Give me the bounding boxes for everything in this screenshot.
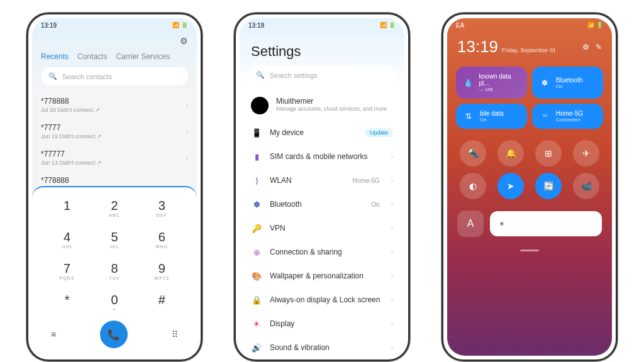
clock: 13:19: [457, 37, 498, 57]
dialpad-toggle-icon[interactable]: ⠿: [172, 329, 178, 339]
chevron-right-icon[interactable]: ›: [186, 128, 188, 135]
dialpad: 12ABC3DEF4GHI5JKL6MNO7PQRS8TUV9WXYZ*0+# …: [32, 186, 197, 356]
phone-icon: 📞: [108, 329, 120, 341]
page-title: Settings: [240, 32, 404, 66]
settings-icon: 📱: [251, 127, 262, 138]
settings-icon: ▮: [251, 151, 262, 162]
dialpad-key-7[interactable]: 7PQRS: [45, 256, 89, 285]
tile-data-plan[interactable]: 💧 known data pl… — MB: [456, 67, 527, 99]
search-placeholder: Search settings: [270, 72, 318, 79]
settings-icon[interactable]: ⚙: [180, 36, 188, 46]
dialpad-key-6[interactable]: 6MNO: [140, 225, 184, 254]
chevron-right-icon[interactable]: ›: [186, 102, 188, 109]
drop-icon: 💧: [462, 77, 474, 89]
cc-toggle[interactable]: ⊞: [535, 140, 562, 167]
call-button[interactable]: 📞: [100, 321, 128, 348]
settings-item[interactable]: 📱My deviceUpdate: [242, 121, 402, 145]
settings-icon: ⟩: [251, 175, 262, 186]
cc-toggle[interactable]: 🔄: [535, 173, 562, 199]
auto-brightness-toggle[interactable]: A: [457, 211, 484, 237]
call-item[interactable]: *778888 Jul 26 Didn't connect ↗ ›: [41, 92, 188, 118]
tab-bar: Recents Contacts Carrier Services: [32, 50, 197, 67]
cc-header: 13:19 Friday, September 01 ⚙ ✎: [447, 32, 612, 62]
settings-item[interactable]: 🔑VPN›: [242, 216, 402, 240]
phone-settings: 13:19 📶 🔋 Settings 🔍 Search settings Miu…: [234, 13, 410, 361]
settings-item[interactable]: ☀Display›: [242, 312, 402, 336]
cc-toggle[interactable]: ➤: [497, 173, 524, 199]
settings-icon: 🔒: [251, 294, 262, 305]
dialpad-key-0[interactable]: 0+: [92, 288, 136, 317]
edit-icon[interactable]: ✎: [596, 43, 602, 52]
cc-toggle[interactable]: ✈: [573, 140, 599, 167]
tile-wifi[interactable]: ⌔ Home-5G Connected: [532, 104, 603, 129]
call-item[interactable]: *77777 Jun 13 Didn't connect ↗ ›: [41, 145, 188, 171]
dialpad-key-5[interactable]: 5JKL: [92, 225, 136, 254]
profile-item[interactable]: Miuithemer Manage accounts, cloud servic…: [242, 90, 402, 121]
dialpad-key-1[interactable]: 1: [45, 194, 89, 222]
dialpad-key-#[interactable]: #: [140, 288, 184, 317]
data-icon: ⇅: [462, 110, 475, 123]
update-badge: Update: [365, 128, 393, 137]
status-bar: EA 📶 🔋: [447, 18, 612, 32]
call-item[interactable]: *7777 Jun 19 Didn't connect ↗ ›: [41, 118, 188, 145]
status-bar: 13:19 📶 🔋: [32, 18, 197, 32]
phone-control-center: EA 📶 🔋 13:19 Friday, September 01 ⚙ ✎ 💧 …: [441, 13, 618, 361]
handle-bar[interactable]: [520, 250, 539, 251]
settings-item[interactable]: ⟩WLANHome-5G›: [242, 168, 402, 192]
settings-item[interactable]: ✽BluetoothOn›: [242, 192, 402, 216]
settings-icon: ✽: [251, 199, 262, 210]
tile-bluetooth[interactable]: ✽ Bluetooth On: [532, 67, 603, 99]
dialpad-key-8[interactable]: 8TUV: [92, 256, 136, 285]
settings-item[interactable]: 🎨Wallpaper & personalization›: [242, 264, 402, 288]
dialpad-key-3[interactable]: 3DEF: [140, 194, 184, 222]
avatar: [251, 97, 269, 114]
settings-icon[interactable]: ⚙: [582, 43, 589, 52]
settings-item[interactable]: 🔊Sound & vibration›: [242, 336, 402, 356]
cc-toggle[interactable]: 🔦: [460, 140, 486, 167]
search-input[interactable]: 🔍 Search contacts: [41, 67, 188, 85]
status-icons: 📶 🔋: [380, 22, 396, 28]
search-input[interactable]: 🔍 Search settings: [248, 66, 396, 84]
cc-tiles: 💧 known data pl… — MB ✽ Bluetooth On ⇅ b…: [447, 62, 612, 134]
status-time: 13:19: [41, 22, 57, 29]
phone-dialer: 13:19 📶 🔋 ⚙ Recents Contacts Carrier Ser…: [26, 13, 203, 361]
settings-item[interactable]: 🔒Always-on display & Lock screen›: [242, 288, 402, 312]
dialpad-key-9[interactable]: 9WXYZ: [140, 256, 184, 285]
settings-icon: ⊕: [251, 246, 262, 258]
tab-contacts[interactable]: Contacts: [77, 52, 107, 61]
settings-icon: 🎨: [251, 270, 262, 282]
settings-icon: 🔑: [251, 222, 262, 234]
carrier-label: EA: [456, 22, 464, 29]
status-icons: 📶 🔋: [172, 22, 188, 28]
cc-toggle[interactable]: 🔔: [497, 140, 524, 167]
menu-icon[interactable]: ≡: [51, 329, 56, 339]
wifi-icon: ⌔: [538, 110, 551, 123]
call-log: *778888 Jul 26 Didn't connect ↗ › *7777 …: [32, 92, 197, 190]
search-icon: 🔍: [48, 72, 57, 80]
cc-toggle[interactable]: 📹: [573, 173, 599, 199]
search-placeholder: Search contacts: [62, 73, 112, 80]
dialpad-key-*[interactable]: *: [45, 288, 89, 317]
dialpad-key-2[interactable]: 2ABC: [92, 194, 136, 222]
brightness-row: A ☀: [447, 206, 612, 242]
settings-list: Miuithemer Manage accounts, cloud servic…: [240, 90, 404, 356]
toggle-grid: 🔦🔔⊞✈◐➤🔄📹: [447, 134, 612, 206]
settings-item[interactable]: ▮SIM cards & mobile networks›: [242, 145, 402, 168]
brightness-slider[interactable]: ☀: [490, 211, 602, 236]
bluetooth-icon: ✽: [538, 77, 551, 89]
status-icons: 📶 🔋: [587, 22, 603, 28]
chevron-right-icon[interactable]: ›: [186, 155, 188, 162]
search-icon: 🔍: [256, 71, 265, 79]
date-label: Friday, September 01: [502, 47, 556, 53]
status-time: 13:19: [248, 22, 264, 29]
settings-icon: 🔊: [251, 342, 262, 353]
tab-recents[interactable]: Recents: [41, 52, 69, 61]
tile-mobile-data[interactable]: ⇅ bile data On: [456, 104, 527, 129]
cc-toggle[interactable]: ◐: [460, 173, 486, 199]
tab-carrier[interactable]: Carrier Services: [116, 52, 170, 61]
status-bar: 13:19 📶 🔋: [240, 18, 404, 32]
sun-icon: ☀: [499, 220, 505, 228]
settings-item[interactable]: ⊕Connection & sharing›: [242, 240, 402, 264]
dialpad-key-4[interactable]: 4GHI: [45, 225, 89, 254]
settings-icon: ☀: [251, 318, 262, 329]
